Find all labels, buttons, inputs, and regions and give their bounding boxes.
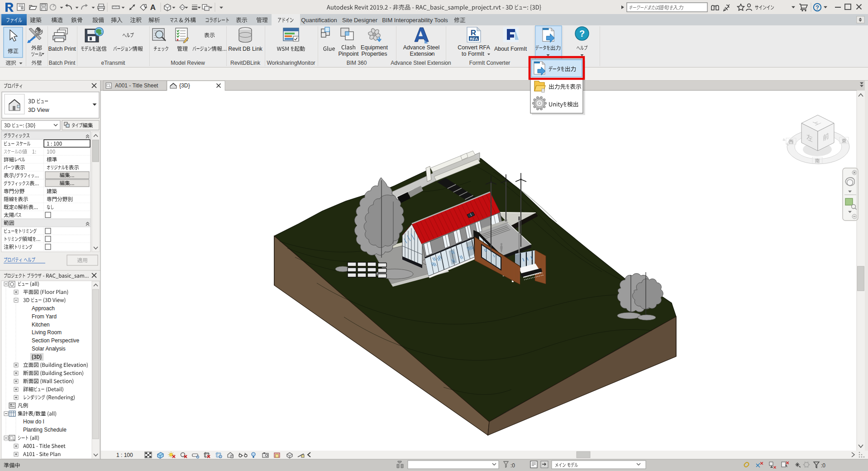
- svg-text::0: :0: [821, 462, 825, 469]
- svg-text:Section Perspective: Section Perspective: [32, 337, 79, 344]
- svg-text:Kitchen: Kitchen: [32, 322, 50, 328]
- svg-text:Convert RFA: Convert RFA: [458, 44, 490, 51]
- svg-text:to FormIt: to FormIt: [462, 51, 485, 57]
- svg-text:Site Designer: Site Designer: [342, 17, 378, 24]
- svg-text:R: R: [471, 29, 476, 37]
- svg-text:FormIt Converter: FormIt Converter: [469, 60, 510, 66]
- svg-text:Revit DB Link: Revit DB Link: [228, 46, 262, 52]
- svg-text:How do I: How do I: [23, 418, 44, 425]
- svg-text:About FormIt: About FormIt: [494, 46, 527, 52]
- svg-text:BIM 360: BIM 360: [347, 60, 367, 66]
- svg-text:Solar Analysis: Solar Analysis: [32, 346, 66, 352]
- svg-text:Approach: Approach: [32, 305, 55, 312]
- svg-text:1 : 100: 1 : 100: [116, 452, 133, 458]
- svg-text:Advance Steel Extension: Advance Steel Extension: [391, 60, 451, 66]
- svg-text:RevitDBLink: RevitDBLink: [230, 60, 261, 66]
- svg-text:Equipment: Equipment: [361, 44, 388, 51]
- svg-text:Quantification: Quantification: [301, 17, 337, 24]
- svg-text:From Yard: From Yard: [32, 313, 57, 320]
- svg-text:?: ?: [816, 4, 819, 11]
- svg-text:A: A: [150, 3, 156, 12]
- svg-text:A001 - Title Sheet: A001 - Title Sheet: [115, 82, 158, 89]
- svg-text:Model Review: Model Review: [171, 60, 205, 66]
- svg-text:WorksharingMonitor: WorksharingMonitor: [267, 60, 315, 66]
- svg-text:Batch Print: Batch Print: [49, 60, 76, 66]
- svg-text:RFA: RFA: [470, 37, 478, 41]
- svg-text:BIM Interoperability Tools: BIM Interoperability Tools: [382, 17, 448, 24]
- svg-text:Living Room: Living Room: [32, 329, 62, 336]
- svg-text:Pinpoint: Pinpoint: [338, 51, 359, 57]
- svg-text:3D View: 3D View: [28, 107, 50, 113]
- svg-text:Batch Print: Batch Print: [48, 46, 76, 52]
- svg-text:Properties: Properties: [362, 51, 387, 57]
- svg-text::0: :0: [510, 462, 515, 469]
- svg-text:?: ?: [579, 29, 585, 38]
- svg-text:Advance Steel: Advance Steel: [403, 44, 440, 51]
- svg-text:{3D}: {3D}: [179, 82, 190, 89]
- svg-text:Planting Schedule: Planting Schedule: [23, 427, 67, 433]
- svg-text:eTransmit: eTransmit: [101, 60, 126, 66]
